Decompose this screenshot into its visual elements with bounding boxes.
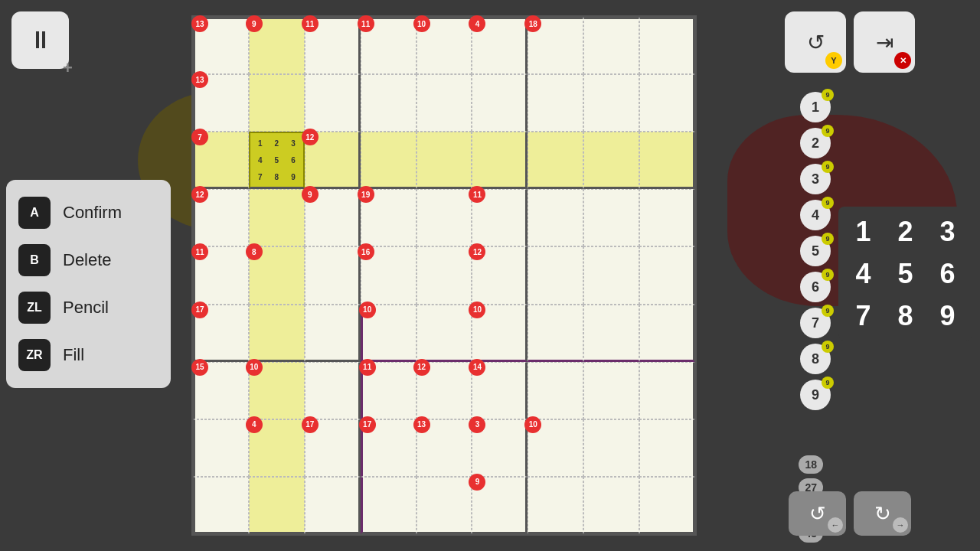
cell-5-8[interactable] <box>639 305 695 362</box>
cell-3-0[interactable]: 12 <box>193 189 249 246</box>
fill-action[interactable]: ZR Fill <box>18 331 158 379</box>
cell-1-2[interactable] <box>305 74 361 132</box>
cell-4-7[interactable] <box>583 246 639 304</box>
cell-7-4[interactable]: 13 <box>416 419 472 477</box>
cell-1-6[interactable] <box>528 74 583 132</box>
redo-bottom-button[interactable]: ↻ → <box>854 491 911 536</box>
cell-0-0[interactable]: 13 <box>193 17 249 74</box>
cell-7-7[interactable] <box>583 419 639 477</box>
undo-bottom-button[interactable]: ↺ ← <box>789 491 846 536</box>
row-circle-6[interactable]: 6 9 <box>800 272 831 302</box>
cell-5-3[interactable]: 10 <box>361 305 416 362</box>
cell-1-7[interactable] <box>583 74 639 132</box>
cell-6-0[interactable]: 15 <box>193 362 249 419</box>
cell-6-5[interactable]: 14 <box>472 362 528 419</box>
cell-4-2[interactable] <box>305 246 361 304</box>
cell-8-3[interactable] <box>361 477 416 534</box>
cell-8-8[interactable] <box>639 477 695 534</box>
row-circle-8[interactable]: 8 9 <box>800 344 831 374</box>
exit-button[interactable]: ⇥ ✕ <box>854 11 915 73</box>
row-circle-4[interactable]: 4 9 <box>800 200 831 230</box>
row-circle-5[interactable]: 5 9 <box>800 236 831 266</box>
cell-5-7[interactable] <box>583 305 639 362</box>
cell-3-4[interactable] <box>416 189 472 246</box>
cell-7-8[interactable] <box>639 419 695 477</box>
num-pick-2[interactable]: 2 <box>884 210 926 253</box>
num-pick-5[interactable]: 5 <box>884 253 926 295</box>
cell-6-8[interactable] <box>639 362 695 419</box>
num-pick-6[interactable]: 6 <box>926 253 969 295</box>
cell-3-1[interactable] <box>249 189 305 246</box>
cell-4-0[interactable]: 11 <box>193 246 249 304</box>
cell-2-4[interactable] <box>416 132 472 189</box>
cell-2-3[interactable] <box>361 132 416 189</box>
cell-8-7[interactable] <box>583 477 639 534</box>
cell-1-5[interactable] <box>472 74 528 132</box>
cell-3-8[interactable] <box>639 189 695 246</box>
cell-4-8[interactable] <box>639 246 695 304</box>
pencil-action[interactable]: ZL Pencil <box>18 284 158 331</box>
cell-4-4[interactable] <box>416 246 472 304</box>
num-pick-4[interactable]: 4 <box>842 253 884 295</box>
cell-4-1[interactable]: 8 <box>249 246 305 304</box>
cell-1-1[interactable] <box>249 74 305 132</box>
cell-1-3[interactable] <box>361 74 416 132</box>
pause-button[interactable]: ⏸ <box>11 11 69 69</box>
num-pick-7[interactable]: 7 <box>842 295 884 337</box>
delete-action[interactable]: B Delete <box>18 236 158 284</box>
cell-0-1[interactable]: 9 <box>249 17 305 74</box>
cell-3-2[interactable]: 9 <box>305 189 361 246</box>
cell-0-7[interactable] <box>583 17 639 74</box>
cell-7-3[interactable]: 17 <box>361 419 416 477</box>
row-circle-1[interactable]: 1 9 <box>800 92 831 122</box>
cell-7-0[interactable] <box>193 419 249 477</box>
row-circle-7[interactable]: 7 9 <box>800 308 831 338</box>
cell-4-3[interactable]: 16 <box>361 246 416 304</box>
cell-3-6[interactable] <box>528 189 583 246</box>
cell-0-3[interactable]: 11 <box>361 17 416 74</box>
cell-6-7[interactable] <box>583 362 639 419</box>
num-pick-1[interactable]: 1 <box>842 210 884 253</box>
cell-4-6[interactable] <box>528 246 583 304</box>
row-circle-9[interactable]: 9 9 <box>800 380 831 410</box>
row-circle-3[interactable]: 3 9 <box>800 164 831 194</box>
cell-2-5[interactable] <box>472 132 528 189</box>
num-pick-9[interactable]: 9 <box>926 295 969 337</box>
cell-0-5[interactable]: 4 <box>472 17 528 74</box>
num-pick-8[interactable]: 8 <box>884 295 926 337</box>
cell-3-5[interactable]: 11 <box>472 189 528 246</box>
confirm-action[interactable]: A Confirm <box>18 189 158 236</box>
cell-5-2[interactable] <box>305 305 361 362</box>
cell-8-1[interactable] <box>249 477 305 534</box>
cell-5-5[interactable]: 10 <box>472 305 528 362</box>
row-circle-2[interactable]: 2 9 <box>800 128 831 158</box>
cell-5-4[interactable] <box>416 305 472 362</box>
cell-2-0[interactable]: 7 <box>193 132 249 189</box>
cell-1-0[interactable]: 13 <box>193 74 249 132</box>
cell-2-6[interactable] <box>528 132 583 189</box>
cell-5-6[interactable] <box>528 305 583 362</box>
cell-2-7[interactable] <box>583 132 639 189</box>
cell-1-8[interactable] <box>639 74 695 132</box>
cell-6-3[interactable]: 11 <box>361 362 416 419</box>
cell-6-1[interactable]: 10 <box>249 362 305 419</box>
cell-8-0[interactable] <box>193 477 249 534</box>
cell-2-2[interactable]: 12 <box>305 132 361 189</box>
cell-0-6[interactable]: 18 <box>528 17 583 74</box>
cell-7-5[interactable]: 3 <box>472 419 528 477</box>
cell-3-7[interactable] <box>583 189 639 246</box>
cell-3-3[interactable]: 19 <box>361 189 416 246</box>
cell-8-6[interactable] <box>528 477 583 534</box>
cell-6-4[interactable]: 12 <box>416 362 472 419</box>
cell-2-8[interactable] <box>639 132 695 189</box>
cell-0-8[interactable] <box>639 17 695 74</box>
undo-button[interactable]: ↺ Y <box>785 11 846 73</box>
cell-6-6[interactable] <box>528 362 583 419</box>
cell-7-6[interactable]: 10 <box>528 419 583 477</box>
cell-7-1[interactable]: 4 <box>249 419 305 477</box>
cell-1-4[interactable] <box>416 74 472 132</box>
cell-8-5[interactable]: 9 <box>472 477 528 534</box>
cell-6-2[interactable] <box>305 362 361 419</box>
num-pick-3[interactable]: 3 <box>926 210 969 253</box>
cell-7-2[interactable]: 17 <box>305 419 361 477</box>
